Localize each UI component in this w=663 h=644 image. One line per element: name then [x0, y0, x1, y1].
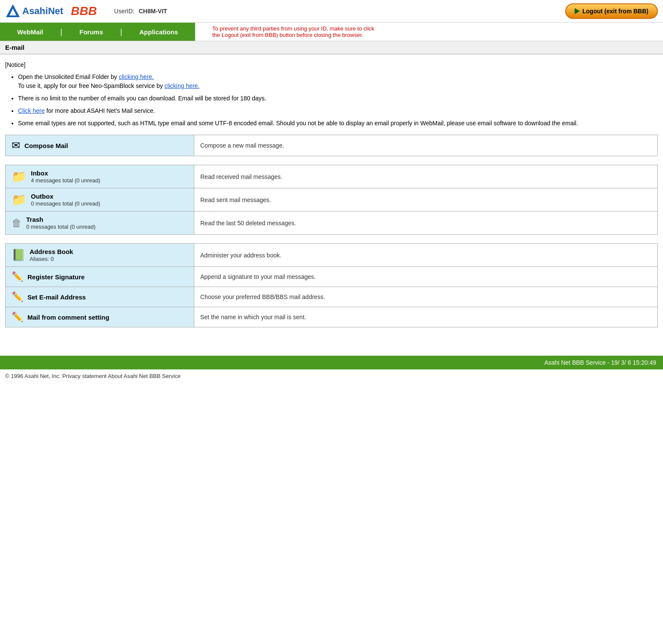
clicking-here-2[interactable]: clicking here. — [165, 82, 200, 89]
outbox-stats: 0 messages total (0 unread) — [31, 200, 100, 207]
notice-item-3: Click here for more about ASAHI Net's Ma… — [18, 106, 658, 115]
register-sig-cell-left[interactable]: ✏️ Register Signature — [6, 267, 194, 287]
inbox-label: Inbox — [31, 169, 48, 177]
outbox-row: 📁 Outbox 0 messages total (0 unread) Rea… — [6, 188, 658, 212]
inbox-description: Read received mail messages. — [194, 165, 658, 188]
outbox-cell-left[interactable]: 📁 Outbox 0 messages total (0 unread) — [6, 188, 194, 212]
asahinet-logo: AsahiNet — [5, 3, 63, 19]
register-sig-description: Append a signature to your mail messages… — [194, 267, 658, 287]
register-sig-icon: ✏️ — [12, 271, 23, 282]
inbox-cell-left[interactable]: 📁 Inbox 4 messages total (0 unread) — [6, 165, 194, 188]
trash-icon: 🗑 — [12, 217, 22, 229]
compose-row: ✉ Compose Mail Compose a new mail messag… — [6, 135, 658, 156]
logo-icon — [5, 3, 21, 19]
compose-description: Compose a new mail message. — [194, 135, 658, 156]
address-book-description: Administer your address book. — [194, 244, 658, 267]
inbox-label-block: Inbox 4 messages total (0 unread) — [31, 169, 100, 184]
trash-left-inner: 🗑 Trash 0 messages total (0 unread) — [12, 216, 188, 230]
register-sig-label-block: Register Signature — [27, 273, 84, 281]
header-left: AsahiNet BBB UserID: CH8M-VIT — [5, 3, 167, 19]
page-title-bar: E-mail — [0, 41, 663, 54]
header-notice: To prevent any third parties from using … — [204, 23, 663, 41]
address-book-row: 📗 Address Book Aliases: 0 Administer you… — [6, 244, 658, 267]
notice-item-4: Some email types are not supported, such… — [18, 119, 658, 128]
nav-forums[interactable]: Forums — [62, 24, 120, 40]
mail-from-comment-label-block: Mail from comment setting — [27, 314, 109, 321]
set-email-row: ✏️ Set E-mail Address Choose your prefer… — [6, 287, 658, 307]
register-sig-label: Register Signature — [27, 273, 84, 281]
set-email-label-block: Set E-mail Address — [27, 293, 86, 301]
trash-stats: 0 messages total (0 unread) — [26, 224, 96, 230]
userid-label: UserID: — [114, 8, 134, 15]
mail-from-comment-description: Set the name in which your mail is sent. — [194, 307, 658, 327]
set-email-description: Choose your preferred BBB/BBS mail addre… — [194, 287, 658, 307]
compose-table: ✉ Compose Mail Compose a new mail messag… — [5, 135, 658, 156]
notice-item-1: Open the Unsolicited Email Folder by cli… — [18, 73, 658, 91]
compose-label: Compose Mail — [24, 142, 68, 149]
footer-bar: Asahi Net BBB Service - 19/ 3/ 6 15:20:4… — [0, 356, 663, 369]
set-email-cell-left[interactable]: ✏️ Set E-mail Address — [6, 287, 194, 307]
address-book-label: Address Book — [30, 248, 73, 255]
set-email-label: Set E-mail Address — [27, 293, 86, 301]
notice-item-2: There is no limit to the number of email… — [18, 94, 658, 103]
logout-button[interactable]: Logout (exit from BBB) — [565, 3, 658, 19]
mail-from-comment-left-inner: ✏️ Mail from comment setting — [12, 311, 188, 323]
address-book-label-block: Address Book Aliases: 0 — [30, 248, 73, 262]
mail-from-comment-cell-left[interactable]: ✏️ Mail from comment setting — [6, 307, 194, 327]
header: AsahiNet BBB UserID: CH8M-VIT Logout (ex… — [0, 0, 663, 23]
address-book-icon: 📗 — [12, 248, 25, 262]
userid-value: CH8M-VIT — [139, 8, 167, 15]
content: [Notice] Open the Unsolicited Email Fold… — [0, 54, 663, 343]
page-title: E-mail — [5, 44, 24, 51]
trash-row: 🗑 Trash 0 messages total (0 unread) Read… — [6, 212, 658, 235]
compose-left-inner: ✉ Compose Mail — [12, 139, 188, 151]
nav-webmail[interactable]: WebMail — [0, 24, 60, 40]
register-sig-row: ✏️ Register Signature Append a signature… — [6, 267, 658, 287]
play-icon — [575, 8, 580, 14]
compose-label-block: Compose Mail — [24, 142, 68, 149]
mail-from-comment-label: Mail from comment setting — [27, 314, 109, 321]
inbox-row: 📁 Inbox 4 messages total (0 unread) Read… — [6, 165, 658, 188]
compose-icon: ✉ — [12, 139, 20, 151]
notice-list: Open the Unsolicited Email Folder by cli… — [5, 73, 658, 128]
nav-applications[interactable]: Applications — [122, 24, 195, 40]
footer-copyright: © 1996 Asahi Net, Inc. Privacy statement… — [0, 369, 663, 383]
address-book-left-inner: 📗 Address Book Aliases: 0 — [12, 248, 188, 262]
set-email-left-inner: ✏️ Set E-mail Address — [12, 291, 188, 302]
bbb-logo: BBB — [71, 4, 97, 18]
mail-from-comment-icon: ✏️ — [12, 311, 23, 323]
outbox-left-inner: 📁 Outbox 0 messages total (0 unread) — [12, 193, 188, 207]
outbox-label-block: Outbox 0 messages total (0 unread) — [31, 193, 100, 207]
trash-cell-left[interactable]: 🗑 Trash 0 messages total (0 unread) — [6, 212, 194, 235]
trash-label-block: Trash 0 messages total (0 unread) — [26, 216, 96, 230]
inbox-folder-icon: 📁 — [12, 169, 27, 184]
outbox-description: Read sent mail messages. — [194, 188, 658, 212]
mail-from-comment-row: ✏️ Mail from comment setting Set the nam… — [6, 307, 658, 327]
trash-label: Trash — [26, 216, 43, 223]
footer-service-text: Asahi Net BBB Service - 19/ 3/ 6 15:20:4… — [544, 359, 656, 366]
logout-label: Logout (exit from BBB) — [582, 8, 648, 15]
register-sig-left-inner: ✏️ Register Signature — [12, 271, 188, 282]
navbar: WebMail | Forums | Applications — [0, 23, 195, 41]
address-book-cell-left[interactable]: 📗 Address Book Aliases: 0 — [6, 244, 194, 267]
inbox-stats: 4 messages total (0 unread) — [31, 177, 100, 184]
nav-row: WebMail | Forums | Applications To preve… — [0, 23, 663, 41]
set-email-icon: ✏️ — [12, 291, 23, 302]
trash-description: Read the last 50 deleted messages. — [194, 212, 658, 235]
inbox-left-inner: 📁 Inbox 4 messages total (0 unread) — [12, 169, 188, 184]
notice-header: [Notice] — [5, 61, 658, 68]
outbox-label: Outbox — [31, 193, 54, 200]
mailboxes-table: 📁 Inbox 4 messages total (0 unread) Read… — [5, 165, 658, 235]
address-book-sub: Aliases: 0 — [30, 256, 54, 262]
compose-cell-left[interactable]: ✉ Compose Mail — [6, 135, 194, 156]
logo-text: AsahiNet — [22, 6, 63, 17]
settings-table: 📗 Address Book Aliases: 0 Administer you… — [5, 243, 658, 327]
outbox-folder-icon: 📁 — [12, 193, 27, 207]
click-here-link[interactable]: Click here — [18, 107, 45, 114]
clicking-here-1[interactable]: clicking here. — [119, 73, 154, 80]
